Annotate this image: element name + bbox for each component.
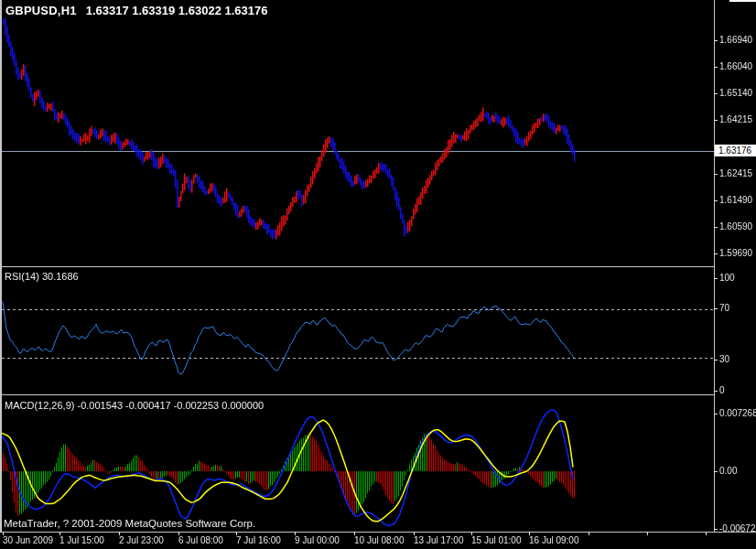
macd-axis-label: 0.00 bbox=[719, 466, 737, 476]
rsi-axis-label: 30 bbox=[719, 354, 729, 364]
price-axis-label: 1.59690 bbox=[719, 248, 752, 258]
time-axis-label: 6 Jul 08:00 bbox=[178, 535, 223, 545]
price-axis-label: 1.64215 bbox=[719, 114, 752, 124]
macd-axis-label: 0.007268 bbox=[719, 408, 756, 418]
price-axis-label: 1.60590 bbox=[719, 221, 752, 231]
rsi-axis-label: 100 bbox=[719, 273, 735, 283]
time-axis-label: 30 Jun 2009 bbox=[3, 535, 53, 545]
time-axis[interactable]: 30 Jun 20091 Jul 15:002 Jul 23:006 Jul 0… bbox=[0, 533, 756, 549]
time-axis-label: 7 Jul 16:00 bbox=[236, 535, 281, 545]
current-price-badge: 1.63176 bbox=[715, 145, 756, 156]
price-axis-label: 1.65140 bbox=[719, 88, 752, 98]
price-axis-label: 1.62415 bbox=[719, 168, 752, 178]
price-axis[interactable]: 1.669401.660401.651401.642151.624151.614… bbox=[715, 0, 756, 532]
macd-indicator-label: MACD(12,26,9) -0.001543 -0.000417 -0.002… bbox=[5, 400, 264, 411]
macd-axis-label: -0.006725 bbox=[719, 523, 756, 532]
time-axis-label: 1 Jul 15:00 bbox=[59, 535, 104, 545]
price-axis-label: 1.66940 bbox=[719, 35, 752, 45]
copyright-text: MetaTrader, ? 2001-2009 MetaQuotes Softw… bbox=[4, 518, 255, 529]
mt4-chart-window: GBPUSD,H11.63317 1.63319 1.63022 1.63176… bbox=[0, 0, 756, 549]
chart-title: GBPUSD,H11.63317 1.63319 1.63022 1.63176 bbox=[5, 4, 267, 17]
symbol-period-label: GBPUSD,H1 bbox=[5, 4, 77, 17]
time-axis-label: 16 Jul 09:00 bbox=[529, 535, 579, 545]
time-axis-label: 9 Jul 00:00 bbox=[295, 535, 340, 545]
time-axis-label: 2 Jul 23:00 bbox=[119, 535, 164, 545]
time-axis-label: 15 Jul 01:00 bbox=[471, 535, 522, 545]
ohlc-values: 1.63317 1.63319 1.63022 1.63176 bbox=[86, 4, 268, 17]
rsi-axis-label: 0 bbox=[719, 385, 725, 395]
time-axis-label: 10 Jul 08:00 bbox=[354, 535, 405, 545]
price-axis-label: 1.61490 bbox=[719, 195, 752, 205]
rsi-indicator-label: RSI(14) 30.1686 bbox=[5, 271, 79, 282]
chart-canvas[interactable] bbox=[0, 0, 756, 549]
rsi-axis-label: 70 bbox=[719, 303, 729, 313]
price-axis-label: 1.66040 bbox=[719, 61, 752, 71]
time-axis-label: 13 Jul 17:00 bbox=[414, 535, 464, 545]
